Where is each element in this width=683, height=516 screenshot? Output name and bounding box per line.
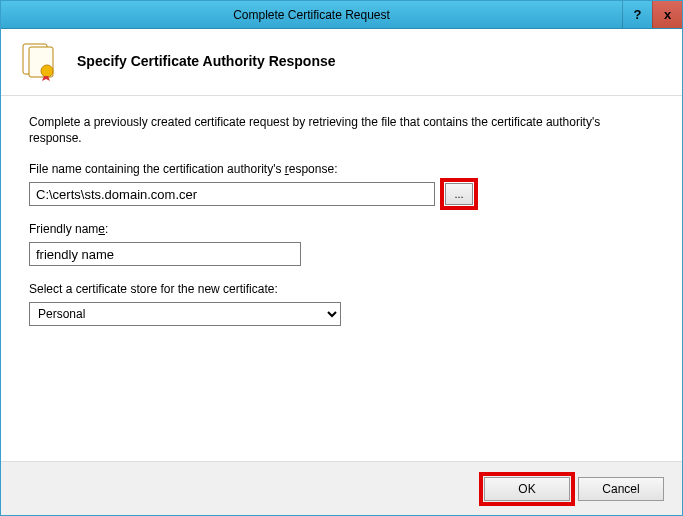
dialog-content: Complete a previously created certificat… bbox=[1, 96, 682, 461]
titlebar: Complete Certificate Request ? x bbox=[1, 1, 682, 29]
browse-button[interactable]: ... bbox=[445, 183, 473, 205]
friendly-name-label: Friendly name: bbox=[29, 222, 654, 236]
friendly-name-input[interactable] bbox=[29, 242, 301, 266]
friendly-row bbox=[29, 242, 654, 266]
certificate-icon bbox=[19, 41, 63, 81]
store-row: Personal bbox=[29, 302, 654, 326]
dialog-heading: Specify Certificate Authority Response bbox=[77, 53, 336, 69]
window-title: Complete Certificate Request bbox=[1, 8, 622, 22]
dialog-footer: OK Cancel bbox=[1, 461, 682, 515]
window-controls: ? x bbox=[622, 1, 682, 28]
dialog-window: Complete Certificate Request ? x Specify… bbox=[0, 0, 683, 516]
certificate-store-select[interactable]: Personal bbox=[29, 302, 341, 326]
file-name-label: File name containing the certification a… bbox=[29, 162, 654, 176]
file-name-input[interactable] bbox=[29, 182, 435, 206]
description-text: Complete a previously created certificat… bbox=[29, 114, 654, 146]
svg-point-2 bbox=[41, 65, 53, 77]
store-label: Select a certificate store for the new c… bbox=[29, 282, 654, 296]
help-button[interactable]: ? bbox=[622, 1, 652, 28]
close-button[interactable]: x bbox=[652, 1, 682, 28]
ok-button[interactable]: OK bbox=[484, 477, 570, 501]
dialog-header: Specify Certificate Authority Response bbox=[1, 29, 682, 96]
cancel-button[interactable]: Cancel bbox=[578, 477, 664, 501]
file-row: ... bbox=[29, 182, 654, 206]
